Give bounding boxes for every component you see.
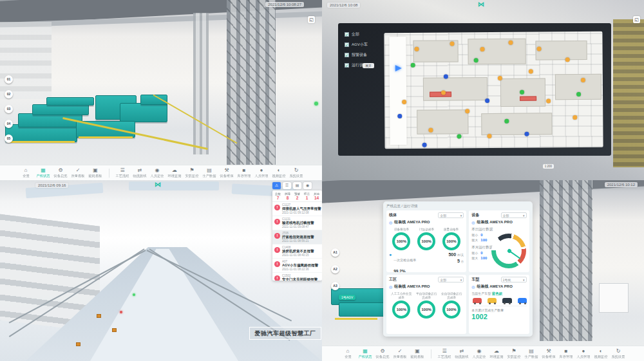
factory-3d-scene[interactable]	[0, 0, 322, 180]
toolbar-item[interactable]: ◉ 人员定位	[149, 167, 166, 178]
device-status-dot[interactable]	[443, 74, 448, 79]
device-status-dot[interactable]	[529, 69, 533, 73]
line-select-dropdown[interactable]: 全部 ▾	[438, 212, 464, 218]
device-status-dot[interactable]	[576, 92, 581, 97]
toolbar-item[interactable]: ⌂ 全景	[339, 348, 357, 359]
alarm-tab[interactable]: ◉	[303, 182, 312, 189]
alarm-list[interactable]: ! C1127 焊接机器人气压异常报警 2021-11-01 09:12:08 …	[272, 202, 322, 281]
donut-label: 半自动设备运行完成率	[415, 292, 437, 299]
viewport-map[interactable]: ✓ 全部 ✓ AGV小车 ✓ 报警设备 ✓ 运行设备 展开	[322, 0, 644, 180]
breadcrumb: 产线总览 / 运行详情	[386, 204, 529, 208]
toolbar-item[interactable]: ● 人员管理	[575, 348, 592, 359]
toolbar-item[interactable]: ⚙ 设备总览	[52, 167, 70, 178]
expand-icon[interactable]: ◱	[633, 16, 640, 23]
toolbar-item-icon: ◉	[477, 349, 482, 354]
device-status-dot[interactable]	[485, 98, 489, 103]
device-status-dot[interactable]	[428, 127, 433, 132]
toolbar-item[interactable]: ⚒ 设备维保	[540, 348, 558, 359]
alarm-text: C1131 输送线电机过载报警 2021-11-01 09:08:47	[282, 218, 314, 228]
scene-marker[interactable]: 04	[5, 120, 13, 128]
toolbar-item[interactable]: ▦ 产线状态	[35, 167, 52, 178]
alarm-tab[interactable]: ⚠	[272, 182, 281, 189]
agv-label-chip[interactable]: 1号AGV	[339, 295, 355, 300]
device-status-dot[interactable]	[524, 131, 529, 136]
toolbar-item[interactable]: ⇄ 物流路线	[131, 167, 149, 178]
area-select-dropdown[interactable]: 全部 ▾	[438, 277, 464, 282]
toolbar-item[interactable]: ▦ 产线状态	[357, 348, 374, 359]
toolbar-item[interactable]: ⌂ 全景	[17, 167, 35, 178]
scene-marker[interactable]: 02	[5, 90, 13, 98]
toolbar-item[interactable]: ⚙ 设备总览	[374, 348, 392, 359]
toolbar-item[interactable]: ✓ 质量看板	[392, 348, 409, 359]
viewport-alarm-view[interactable]: 2021/12/6 09:16 ⋈ ⚠☰▤◉ 总数 7 故障 8 预警 2 提示	[0, 180, 322, 361]
toolbar-item[interactable]: ☁ 环境监测	[166, 167, 184, 178]
toolbar-item[interactable]: ● 人员管理	[253, 167, 270, 178]
device-status-dot[interactable]	[422, 143, 426, 147]
toolbar-item[interactable]: ▤ 生产数据	[201, 167, 218, 178]
toolbar-item[interactable]: ↻ 系统设置	[288, 167, 305, 178]
toolbar-item[interactable]: ⚑ 安防监控	[506, 348, 523, 359]
toolbar-item[interactable]: ■ 库存管理	[236, 167, 253, 178]
donut-chart: 人工工位作业完成率 100%	[389, 292, 413, 319]
alarm-list-item[interactable]: ! C1131 输送线电机过载报警 2021-11-01 09:08:47	[272, 216, 322, 230]
toolbar-item[interactable]: ◐ 视频监控	[270, 167, 288, 178]
viewport-3d-hall[interactable]: 2021/12/6 10:08:27 ◱ 0102030405 ⌂ 全景 ▦ 产…	[0, 0, 322, 180]
toolbar-item[interactable]: ☁ 环境监测	[488, 348, 506, 359]
alarm-list-item[interactable]: ! C1502 安全门未关闭联锁报警 2021-11-01 07:58:02	[272, 273, 322, 281]
toolbar-item[interactable]: ▣ 能耗看板	[87, 167, 104, 178]
device-status-dot[interactable]	[474, 58, 478, 62]
checkbox-checked-icon[interactable]: ✓	[345, 42, 349, 47]
alarm-tab[interactable]: ▤	[293, 182, 301, 189]
layer-filter-row[interactable]: ✓ AGV小车	[345, 42, 368, 48]
scene-marker[interactable]: A1	[331, 248, 339, 257]
material-crate	[112, 328, 117, 332]
device-status-dot[interactable]	[509, 40, 513, 44]
toolbar-item[interactable]: ⇄ 物流路线	[453, 348, 471, 359]
toolbar-item[interactable]: ▤ 生产数据	[523, 348, 540, 359]
alarm-list-item[interactable]: ! C1127 焊接机器人气压异常报警 2021-11-01 09:12:08	[272, 202, 322, 216]
toolbar-item[interactable]: ☰ 工艺流程	[114, 167, 131, 178]
device-name: 组装线 AMEYA PRO	[394, 284, 430, 290]
scene-marker[interactable]: A2	[331, 265, 339, 273]
toolbar-item[interactable]: ⚒ 设备维保	[218, 167, 236, 178]
toolbar-item[interactable]: ⚑ 安防监控	[184, 167, 201, 178]
model-select-dropdown[interactable]: 1号线 ▾	[501, 277, 527, 282]
checkbox-checked-icon[interactable]: ✓	[345, 63, 349, 68]
toolbar-item[interactable]: ◉ 人员定位	[471, 348, 488, 359]
equipment-outline	[481, 113, 552, 135]
toolbar-item[interactable]: ◐ 视频监控	[592, 348, 610, 359]
device-status-dot[interactable]	[565, 57, 570, 62]
floor-plan[interactable]	[384, 32, 603, 149]
map-scale-chip[interactable]: 1:200	[543, 164, 554, 169]
floor-map-panel[interactable]: ✓ 全部 ✓ AGV小车 ✓ 报警设备 ✓ 运行设备 展开	[338, 23, 611, 156]
legend-toggle-button[interactable]: 展开	[363, 63, 374, 68]
alarm-list-item[interactable]: ! JT05 拧紧枪扭矩超差报警 2021-11-01 08:56:21	[272, 230, 322, 245]
layer-filter-row[interactable]: ✓ 报警设备	[345, 52, 368, 58]
viewport-dashboard[interactable]: A1A2A3 1号AGV 2021/12/6 10:12 产线总览 / 运行详情…	[322, 180, 644, 361]
checkbox-checked-icon[interactable]: ✓	[345, 53, 349, 57]
alarm-list-item[interactable]: ! A07 AGV小车偏离路径报警 2021-11-01 08:22:36	[272, 259, 322, 273]
toolbar-item[interactable]: ↻ 系统设置	[610, 348, 627, 359]
toolbar-item[interactable]: ▣ 能耗看板	[409, 348, 426, 359]
alarm-timestamp: 2021-11-01 08:56:21	[282, 239, 314, 243]
storage-racks	[613, 19, 644, 167]
alarm-list-item[interactable]: ! C1408 涂胶机胶量不足报警 2021-11-01 08:40:15	[272, 245, 322, 259]
expand-icon[interactable]: ◱	[308, 16, 315, 23]
bottom-toolbar: ⌂ 全景 ▦ 产线状态 ⚙ 设备总览 ✓ 质量看板 ▣ 能耗看板 ☰	[322, 346, 644, 361]
toolbar-item-icon: ⌂	[346, 349, 350, 354]
device-status-dot[interactable]	[410, 63, 415, 68]
toolbar-item[interactable]: ■ 库存管理	[558, 348, 575, 359]
toolbar-item-label: 产线状态	[37, 174, 50, 178]
device-status-dot[interactable]	[573, 115, 577, 120]
donut-ring: 100%	[417, 301, 435, 319]
checkbox-checked-icon[interactable]: ✓	[345, 32, 349, 37]
scene-marker[interactable]: A3	[331, 282, 339, 290]
device-select-dropdown[interactable]: 全部 ▾	[501, 212, 527, 218]
alarm-tab[interactable]: ☰	[283, 182, 291, 189]
scene-marker[interactable]: 03	[5, 105, 13, 113]
toolbar-item[interactable]: ✓ 质量看板	[70, 167, 87, 178]
scene-marker[interactable]: 01	[5, 75, 13, 84]
toolbar-item[interactable]: ☰ 工艺流程	[436, 348, 453, 359]
layer-filter-row[interactable]: ✓ 全部	[345, 32, 368, 37]
scene-marker[interactable]: 05	[5, 134, 13, 143]
